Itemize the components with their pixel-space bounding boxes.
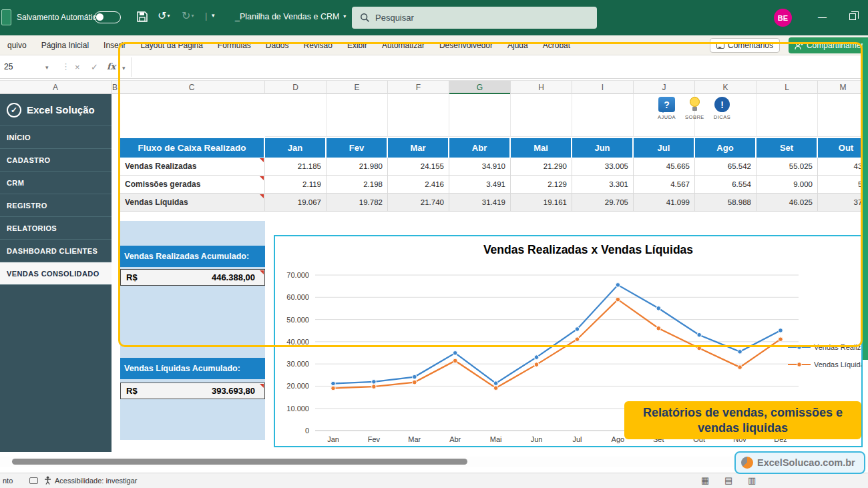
cell[interactable]: 43.0 xyxy=(818,158,868,176)
month-header-jan[interactable]: Jan xyxy=(265,138,327,158)
row-label[interactable]: Comissões geradas xyxy=(120,176,265,194)
tab-exibir[interactable]: Exibir xyxy=(340,41,375,50)
cell[interactable]: 19.782 xyxy=(327,194,388,212)
cell[interactable]: 21.980 xyxy=(327,158,388,176)
tab-arquivo[interactable]: quivo xyxy=(0,41,34,50)
column-header-j[interactable]: J xyxy=(634,81,695,94)
cell[interactable]: 3.301 xyxy=(572,176,634,194)
column-header-g-selected[interactable]: G xyxy=(449,81,511,94)
sidebar-item-relatorios[interactable]: RELATORIOS xyxy=(0,217,112,240)
macro-record-icon[interactable] xyxy=(29,477,38,484)
formula-input[interactable] xyxy=(131,57,865,77)
cell[interactable]: 19.067 xyxy=(265,194,327,212)
document-title[interactable]: _Planilha de Vendas e CRM▾ xyxy=(235,12,346,21)
column-header-e[interactable]: E xyxy=(327,81,388,94)
dicas-button[interactable]: ! DICAS xyxy=(714,97,730,120)
tab-acrobat[interactable]: Acrobat xyxy=(535,41,578,50)
sidebar-item-cadastro[interactable]: CADASTRO xyxy=(0,149,112,172)
name-box[interactable]: 25 xyxy=(0,59,44,75)
sidebar-item-dashboard-clientes[interactable]: DASHBOARD CLIENTES xyxy=(0,240,112,262)
formula-bar-expand[interactable]: ▾ xyxy=(122,65,126,71)
cell[interactable]: 2.129 xyxy=(511,176,572,194)
month-header-jul[interactable]: Jul xyxy=(634,138,695,158)
sidebar-item-crm[interactable]: CRM xyxy=(0,172,112,194)
row-label[interactable]: Vendas Realizadas xyxy=(120,158,265,176)
sidebar-item-inicio[interactable]: INÍCIO xyxy=(0,126,112,149)
row-label[interactable]: Vendas Líquidas xyxy=(120,194,265,212)
vendas-liquidas-acumulado-value[interactable]: R$ 393.693,80 xyxy=(120,383,265,399)
cell[interactable]: 41.099 xyxy=(634,194,695,212)
user-avatar[interactable]: BE xyxy=(774,9,792,27)
page-layout-view-button[interactable]: ▤ xyxy=(724,475,732,485)
column-header-c[interactable]: C xyxy=(119,81,265,94)
insert-function-button[interactable]: fx xyxy=(107,61,116,71)
cell[interactable]: 46.025 xyxy=(756,194,818,212)
redo-button[interactable]: ↻▾ xyxy=(182,9,194,22)
month-header-set[interactable]: Set xyxy=(756,138,818,158)
name-box-dropdown[interactable]: ▾ xyxy=(45,64,49,71)
normal-view-button[interactable]: ▦ xyxy=(701,475,709,485)
search-input[interactable] xyxy=(375,13,576,23)
cell[interactable]: 3.491 xyxy=(449,176,511,194)
month-header-jun[interactable]: Jun xyxy=(572,138,634,158)
vendas-realizadas-acumulado-value[interactable]: R$ 446.388,00 xyxy=(120,269,265,286)
cell[interactable]: 34.910 xyxy=(449,158,511,176)
tab-desenvolvedor[interactable]: Desenvolvedor xyxy=(432,41,500,50)
comments-button[interactable]: Comentários xyxy=(710,38,780,53)
tab-automatizar[interactable]: Automatizar xyxy=(375,41,432,50)
cell[interactable]: 24.155 xyxy=(388,158,449,176)
cell[interactable]: 37.1 xyxy=(818,194,868,212)
column-header-k[interactable]: K xyxy=(695,81,756,94)
tab-dados[interactable]: Dados xyxy=(258,41,296,50)
accessibility-status[interactable]: Acessibilidade: investigar xyxy=(44,476,138,485)
column-header-a[interactable]: A xyxy=(0,81,112,94)
column-header-f[interactable]: F xyxy=(388,81,449,94)
column-header-d[interactable]: D xyxy=(265,81,327,94)
undo-button[interactable]: ↺▾ xyxy=(158,9,170,22)
cell[interactable]: 21.185 xyxy=(265,158,327,176)
restore-button[interactable] xyxy=(849,13,856,20)
cell[interactable]: 65.542 xyxy=(695,158,756,176)
cell[interactable]: 55.025 xyxy=(756,158,818,176)
cell[interactable]: 45.665 xyxy=(634,158,695,176)
tab-formulas[interactable]: Fórmulas xyxy=(210,41,258,50)
save-button[interactable] xyxy=(136,10,150,25)
minimize-button[interactable]: — xyxy=(818,12,827,22)
cell[interactable]: 4.567 xyxy=(634,176,695,194)
sidebar-item-vendas-consolidado[interactable]: VENDAS CONSOLIDADO xyxy=(0,262,112,285)
month-header-abr[interactable]: Abr xyxy=(449,138,511,158)
tab-ajuda[interactable]: Ajuda xyxy=(500,41,535,50)
cell[interactable]: 19.161 xyxy=(511,194,572,212)
cell[interactable]: 2.416 xyxy=(388,176,449,194)
share-button[interactable]: Compartilhamen xyxy=(789,37,868,53)
tab-inserir[interactable]: Inserir xyxy=(96,41,133,50)
month-header-ago[interactable]: Ago xyxy=(695,138,756,158)
cell[interactable]: 9.000 xyxy=(756,176,818,194)
cell[interactable]: 5.8 xyxy=(818,176,868,194)
column-header-i[interactable]: I xyxy=(572,81,634,94)
sobre-button[interactable]: SOBRE xyxy=(685,97,704,120)
cell[interactable]: 21.290 xyxy=(511,158,572,176)
tab-layout-da-pagina[interactable]: Layout da Página xyxy=(133,41,210,50)
cell[interactable]: 29.705 xyxy=(572,194,634,212)
page-break-view-button[interactable]: ▥ xyxy=(748,475,756,485)
autosave-toggle[interactable] xyxy=(94,11,121,23)
cell[interactable]: 6.554 xyxy=(695,176,756,194)
month-header-out[interactable]: Out xyxy=(818,138,868,158)
search-box[interactable] xyxy=(352,7,597,29)
column-header-m[interactable]: M xyxy=(818,81,868,94)
cell[interactable]: 33.005 xyxy=(572,158,634,176)
yellow-callout-shape[interactable]: Relatórios de vendas, comissões e vendas… xyxy=(624,401,861,439)
month-header-mar[interactable]: Mar xyxy=(388,138,449,158)
month-header-fev[interactable]: Fev xyxy=(327,138,388,158)
cancel-entry-button[interactable]: × xyxy=(75,62,80,72)
ajuda-button[interactable]: ? AJUDA xyxy=(658,97,676,120)
month-header-mai[interactable]: Mai xyxy=(511,138,572,158)
cell[interactable]: 2.119 xyxy=(265,176,327,194)
cell[interactable]: 58.988 xyxy=(695,194,756,212)
cell[interactable]: 21.740 xyxy=(388,194,449,212)
confirm-entry-button[interactable]: ✓ xyxy=(91,62,98,72)
cell[interactable]: 31.419 xyxy=(449,194,511,212)
cell[interactable]: 2.198 xyxy=(327,176,388,194)
column-header-l[interactable]: L xyxy=(756,81,818,94)
